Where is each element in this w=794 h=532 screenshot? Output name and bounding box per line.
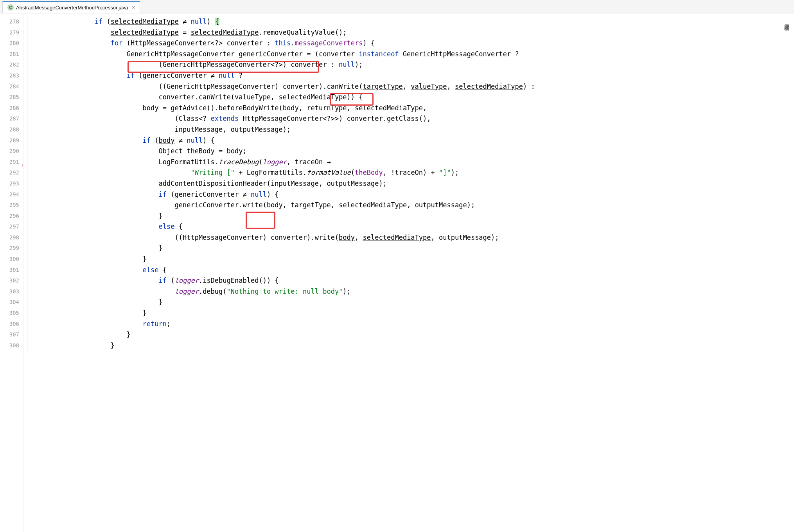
line-number: 307: [0, 329, 23, 340]
line-number: 279: [0, 27, 23, 38]
line-number: 281: [0, 49, 23, 60]
code-line[interactable]: Object theBody = body;: [31, 146, 794, 157]
line-number: 305: [0, 308, 23, 319]
code-line[interactable]: for (HttpMessageConverter<?> converter :…: [31, 38, 794, 49]
fold-cell[interactable]: [23, 157, 31, 168]
fold-cell[interactable]: [23, 81, 31, 92]
close-icon[interactable]: ×: [132, 4, 135, 11]
fold-cell[interactable]: [23, 27, 31, 38]
code-line[interactable]: "Writing [" + LogFormatUtils.formatValue…: [31, 167, 794, 178]
line-number: 297: [0, 221, 23, 232]
fold-cell[interactable]: [23, 70, 31, 81]
code-line[interactable]: selectedMediaType = selectedMediaType.re…: [31, 27, 794, 38]
fold-cell[interactable]: [23, 135, 31, 146]
line-number: 303: [0, 286, 23, 297]
line-number: 295: [0, 200, 23, 211]
fold-column: [23, 14, 31, 532]
code-line[interactable]: (Class<? extends HttpMessageConverter<?>…: [31, 113, 794, 124]
code-line[interactable]: }: [31, 254, 794, 265]
code-line[interactable]: inputMessage, outputMessage);: [31, 124, 794, 135]
tab-bar: C AbstractMessageConverterMethodProcesso…: [0, 0, 794, 14]
fold-cell[interactable]: [23, 103, 31, 114]
line-number: 294: [0, 189, 23, 200]
file-tab[interactable]: C AbstractMessageConverterMethodProcesso…: [2, 1, 140, 13]
line-number: 284: [0, 81, 23, 92]
fold-cell[interactable]: [23, 286, 31, 297]
line-number: 286: [0, 103, 23, 114]
fold-cell[interactable]: [23, 297, 31, 308]
line-number: 299: [0, 243, 23, 254]
line-number: 293: [0, 178, 23, 189]
class-icon: C: [7, 4, 14, 11]
fold-cell[interactable]: [23, 200, 31, 211]
code-line[interactable]: else {: [31, 265, 794, 276]
code-line[interactable]: converter.canWrite(valueType, selectedMe…: [31, 92, 794, 103]
code-line[interactable]: if (genericConverter ≠ null ?: [31, 70, 794, 81]
code-line[interactable]: }: [31, 308, 794, 319]
code-line[interactable]: if (genericConverter ≠ null) {: [31, 189, 794, 200]
line-number: 300: [0, 254, 23, 265]
line-number: 302: [0, 275, 23, 286]
fold-cell[interactable]: [23, 275, 31, 286]
line-number: 308: [0, 340, 23, 351]
fold-cell[interactable]: [23, 243, 31, 254]
line-number: 285: [0, 92, 23, 103]
code-editor[interactable]: 2782792802812822832842852862872882892902…: [0, 14, 794, 532]
code-line[interactable]: (GenericHttpMessageConverter<?>) convert…: [31, 59, 794, 70]
fold-cell[interactable]: [23, 16, 31, 27]
line-number: 287: [0, 113, 23, 124]
code-line[interactable]: GenericHttpMessageConverter genericConve…: [31, 49, 794, 60]
code-line[interactable]: }: [31, 340, 794, 351]
line-number: 306: [0, 319, 23, 330]
code-area[interactable]: if (selectedMediaType ≠ null) { selected…: [31, 14, 794, 532]
line-number: 292: [0, 167, 23, 178]
fold-cell[interactable]: [23, 92, 31, 103]
fold-cell[interactable]: [23, 254, 31, 265]
fold-cell[interactable]: [23, 265, 31, 276]
tab-filename: AbstractMessageConverterMethodProcessor.…: [16, 5, 128, 11]
code-line[interactable]: }: [31, 211, 794, 222]
fold-cell[interactable]: [23, 38, 31, 49]
code-line[interactable]: }: [31, 329, 794, 340]
fold-cell[interactable]: [23, 146, 31, 157]
fold-cell[interactable]: [23, 59, 31, 70]
fold-cell[interactable]: [23, 319, 31, 330]
code-line[interactable]: ((HttpMessageConverter) converter).write…: [31, 232, 794, 243]
fold-cell[interactable]: [23, 49, 31, 60]
line-number: 278: [0, 16, 23, 27]
fold-cell[interactable]: [23, 221, 31, 232]
code-line[interactable]: }: [31, 297, 794, 308]
line-number: 288: [0, 124, 23, 135]
fold-cell[interactable]: [23, 308, 31, 319]
code-line[interactable]: genericConverter.write(body, targetType,…: [31, 200, 794, 211]
line-number: 289: [0, 135, 23, 146]
fold-cell[interactable]: [23, 189, 31, 200]
line-number: 301: [0, 265, 23, 276]
fold-cell[interactable]: [23, 340, 31, 351]
fold-cell[interactable]: [23, 329, 31, 340]
code-line[interactable]: if (logger.isDebugEnabled()) {: [31, 275, 794, 286]
code-line[interactable]: ((GenericHttpMessageConverter) converter…: [31, 81, 794, 92]
fold-cell[interactable]: [23, 211, 31, 222]
code-line[interactable]: else {: [31, 221, 794, 232]
line-number: 296: [0, 211, 23, 222]
code-line[interactable]: return;: [31, 319, 794, 330]
line-number: 291⬆: [0, 157, 23, 168]
fold-cell[interactable]: [23, 124, 31, 135]
fold-cell[interactable]: [23, 232, 31, 243]
code-line[interactable]: body = getAdvice().beforeBodyWrite(body,…: [31, 103, 794, 114]
code-line[interactable]: LogFormatUtils.traceDebug(logger, traceO…: [31, 157, 794, 168]
line-number: 282: [0, 59, 23, 70]
line-number: 283: [0, 70, 23, 81]
fold-cell[interactable]: [23, 167, 31, 178]
code-line[interactable]: addContentDispositionHeader(inputMessage…: [31, 178, 794, 189]
code-line[interactable]: if (selectedMediaType ≠ null) {: [31, 16, 794, 27]
code-line[interactable]: logger.debug("Nothing to write: null bod…: [31, 286, 794, 297]
line-number: 304: [0, 297, 23, 308]
fold-cell[interactable]: [23, 178, 31, 189]
line-number: 290: [0, 146, 23, 157]
fold-cell[interactable]: [23, 113, 31, 124]
line-number: 298: [0, 232, 23, 243]
code-line[interactable]: }: [31, 243, 794, 254]
code-line[interactable]: if (body ≠ null) {: [31, 135, 794, 146]
